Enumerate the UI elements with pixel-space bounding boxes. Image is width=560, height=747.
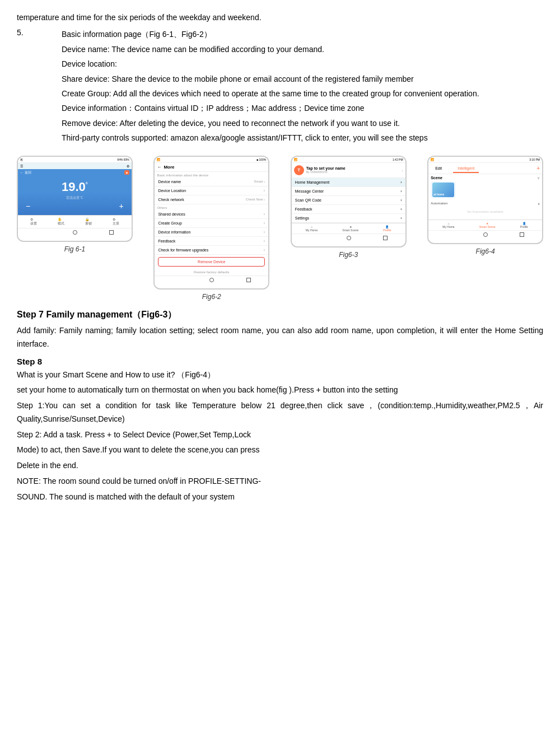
phone4-automation-label: Automation [431, 202, 447, 206]
phone3-message-center[interactable]: Message Center › [292, 187, 405, 196]
phone-1: 尾 64% 93% ☰ ⚙ ← 返回 ■ 19.0° 室温这度 ℃ − + [17, 156, 133, 242]
phone3-scan-qr[interactable]: Scan QR Code › [292, 196, 405, 205]
phone2-restore-link[interactable]: Restore factory defaults [155, 269, 268, 276]
phone2-status-bar: 📶 ■ 100% [155, 157, 268, 163]
phone3-home-nav[interactable] [347, 236, 351, 240]
phone1-status-right: 64% 93% [117, 158, 129, 161]
phone1-recent-nav[interactable] [109, 230, 114, 235]
phone2-back-arrow[interactable]: ← [157, 165, 161, 170]
phone1-nav-settings[interactable]: ⚙设置 [30, 217, 37, 226]
phone2-device-location[interactable]: Device Location › [155, 186, 268, 195]
phone4-recent-nav[interactable] [520, 232, 524, 237]
device-name-text: Device name: The device name can be modi… [62, 43, 543, 55]
phone4-edit-tab[interactable]: Edit [431, 165, 446, 172]
phone2-shared-devices-label: Shared devices [158, 212, 185, 216]
step8-para4: Step 2: Add a task. Press + to Select De… [17, 428, 543, 442]
phone1-status-bar: 尾 64% 93% [18, 157, 132, 163]
phone4-scene-card-label: at home [433, 193, 444, 196]
phone2-check-network-value: Check Now › [246, 198, 265, 201]
phone3-nav-profile[interactable]: 👤Profile [383, 225, 391, 232]
step8-heading: Step 8 [17, 357, 543, 366]
phone4-scene-title: Scene [431, 176, 442, 180]
phone1-nav-lock[interactable]: 🔒童锁 [85, 217, 92, 226]
phone3-settings-arrow: › [400, 216, 402, 220]
phone2-firmware-label: Check for firmware upgrades [158, 248, 208, 252]
phone3-user-name: Tap to set your name [306, 166, 346, 170]
phone2-home-nav[interactable] [209, 278, 214, 282]
phone4-status-bar: 📶 3:10 PM [428, 157, 542, 163]
phone4-scene-cards: at home [431, 181, 540, 198]
phone3-home-management-label: Home Management [295, 180, 329, 184]
item-content: Basic information page（Fig 6-1、Fig6-2） D… [39, 28, 543, 146]
phone2-label: Fig6-2 [202, 293, 221, 301]
phone3-recent-nav[interactable] [383, 236, 388, 240]
third-party-text: Third-party controls supported: amazon a… [62, 132, 543, 144]
phone1-nav-more[interactable]: ⚙主菜 [113, 217, 119, 226]
phone2-device-info[interactable]: Device information › [155, 228, 268, 237]
phone1-home-nav[interactable] [73, 230, 77, 235]
numbered-item-5: 5. Basic information page（Fig 6-1、Fig6-2… [17, 28, 543, 146]
phone4-scene-chevron[interactable]: ∨ [537, 176, 540, 180]
phone4-home-nav[interactable] [483, 232, 488, 237]
phone4-bottom-nav: ⌂My Home ★Smart Scene 👤Profile [428, 220, 542, 230]
phone4-nav-profile[interactable]: 👤Profile [520, 222, 528, 228]
phone3-feedback[interactable]: Feedback › [292, 205, 405, 214]
phone2-bottom-bar [155, 276, 268, 284]
phone3-feedback-label: Feedback [295, 207, 312, 211]
phone1-settings-icon: ⚙ [127, 164, 129, 168]
phone2-shared-devices[interactable]: Shared devices › [155, 210, 268, 219]
phone1-label: Fig 6-1 [64, 245, 85, 253]
phone-wrapper-2: 📶 ■ 100% ← More Basic information about … [153, 156, 269, 301]
phone2-section-label: Basic information about the device [155, 172, 268, 178]
phone2-device-name[interactable]: Device name Smart › [155, 178, 268, 186]
phone3-home-management[interactable]: Home Management › [292, 178, 405, 187]
phone3-status-bar: 📶 1:42 PM [292, 157, 405, 163]
phone3-user-id: By 13390930153 [306, 170, 346, 174]
phone4-scene-card-athome[interactable]: at home [431, 181, 456, 198]
phone-wrapper-4: 📶 3:10 PM Edit Intelligent + Scene ∨ [427, 156, 543, 301]
phone2-device-location-label: Device Location [158, 189, 186, 193]
phone2-firmware[interactable]: Check for firmware upgrades › [155, 246, 268, 255]
phone3-label: Fig6-3 [339, 251, 358, 259]
phone-4: 📶 3:10 PM Edit Intelligent + Scene ∨ [427, 156, 543, 244]
phone2-recent-nav[interactable] [246, 278, 251, 282]
phone1-header-btn: ■ [124, 170, 129, 175]
remove-device-text: Remove device: After deleting the device… [62, 117, 543, 129]
item5-title: Basic information page（Fig 6-1、Fig6-2） [62, 28, 543, 40]
step8-para6: Delete in the end. [17, 459, 543, 473]
phone3-profile-user: T Tap to set your name By 13390930153 › [292, 163, 405, 178]
phone2-create-group-arrow: › [264, 221, 265, 225]
step7-heading: Step 7 Family management（Fig6-3） [17, 309, 543, 321]
phone4-scene-section: Scene ∨ at home [428, 174, 542, 200]
phone4-plus-btn[interactable]: + [536, 165, 540, 171]
device-info-text: Device information：Contains virtual ID；I… [62, 102, 543, 114]
phone2-create-group[interactable]: Create Group › [155, 219, 268, 228]
phone3-feedback-arrow: › [400, 207, 402, 211]
step8-para1: What is your Smart Scene and How to use … [17, 368, 543, 382]
phone3-scan-qr-arrow: › [400, 198, 402, 202]
phone2-feedback[interactable]: Feedback › [155, 237, 268, 246]
phone1-plus-btn[interactable]: + [119, 202, 124, 211]
phone2-others-label: Others [155, 204, 268, 210]
phone3-nav-home[interactable]: ⌂My Home [306, 225, 318, 232]
phone1-header-left: ← 返回 [20, 170, 31, 175]
phone3-scan-qr-label: Scan QR Code [295, 198, 321, 202]
phone1-temp-label: 室温这度 ℃ [20, 195, 129, 200]
phone4-automation-chevron[interactable]: ∨ [538, 202, 540, 206]
phone4-label: Fig6-4 [476, 248, 495, 255]
phone3-profile-nav: ⌂My Home ★Smart Scene 👤Profile [292, 223, 405, 234]
phone2-device-location-arrow: › [264, 189, 265, 193]
phone4-intelligent-tab[interactable]: Intelligent [453, 165, 479, 173]
phone1-nav-mode[interactable]: ✋模式 [58, 217, 64, 226]
phone-wrapper-1: 尾 64% 93% ☰ ⚙ ← 返回 ■ 19.0° 室温这度 ℃ − + [17, 156, 133, 301]
phone4-nav-smart[interactable]: ★Smart Scene [479, 222, 496, 228]
phone1-minus-btn[interactable]: − [26, 202, 30, 211]
phones-container: 尾 64% 93% ☰ ⚙ ← 返回 ■ 19.0° 室温这度 ℃ − + [17, 156, 543, 301]
phone-wrapper-3: 📶 1:42 PM T Tap to set your name By 1339… [291, 156, 407, 301]
phone4-nav-home[interactable]: ⌂My Home [442, 222, 454, 228]
phone3-settings[interactable]: Settings › [292, 214, 405, 223]
phone2-check-network[interactable]: Check network Check Now › [155, 195, 268, 204]
phone3-user-arrow: › [402, 169, 403, 172]
phone3-nav-smart[interactable]: ★Smart Scene [342, 225, 358, 232]
phone2-remove-btn[interactable]: Remove Device [158, 257, 265, 267]
